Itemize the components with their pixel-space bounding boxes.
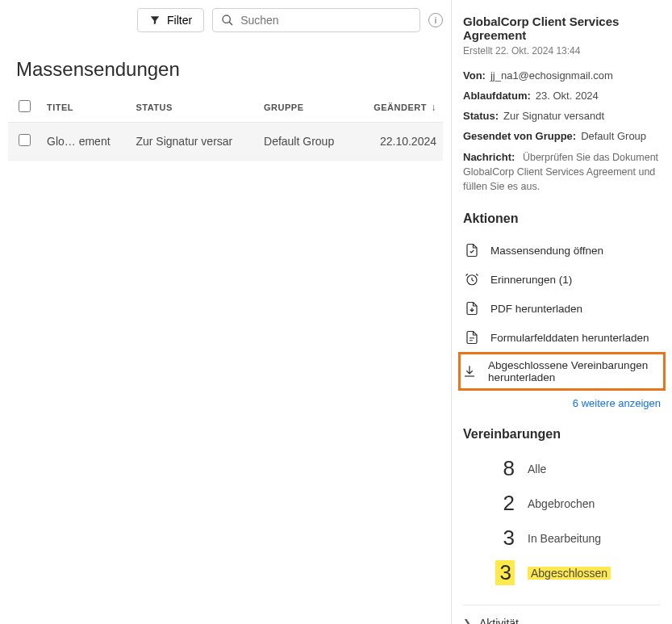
- action-label: Abgeschlossene Vereinbarungen herunterla…: [488, 359, 662, 383]
- chevron-right-icon: ❯: [463, 618, 471, 624]
- actions-heading: Aktionen: [463, 211, 661, 226]
- detail-panel: GlobalCorp Client Services Agreement Ers…: [452, 0, 672, 624]
- action-label: Erinnerungen (1): [490, 274, 572, 286]
- clock-icon: [465, 272, 479, 287]
- svg-point-0: [223, 15, 230, 23]
- col-changed[interactable]: GEÄNDERT ↓: [354, 92, 443, 123]
- top-toolbar: Filter i: [8, 8, 443, 39]
- agreement-completed[interactable]: 3 Abgeschlossen: [463, 555, 661, 590]
- action-formdata[interactable]: Formularfelddaten herunterladen: [463, 323, 661, 352]
- detail-created: Erstellt 22. Okt. 2024 13:44: [463, 45, 661, 57]
- open-icon: [465, 243, 479, 258]
- info-icon[interactable]: i: [428, 13, 443, 27]
- select-all-checkbox[interactable]: [19, 100, 31, 112]
- col-status[interactable]: STATUS: [129, 92, 257, 123]
- main-panel: Filter i Massensendungen TITEL STATUS GR…: [0, 0, 452, 624]
- row-select-cell: [8, 123, 40, 161]
- cell-changed: 22.10.2024: [354, 123, 443, 161]
- page-title: Massensendungen: [16, 58, 443, 81]
- activity-section[interactable]: ❯ Aktivität: [463, 605, 661, 624]
- search-input-wrap[interactable]: [212, 8, 420, 32]
- action-label: PDF herunterladen: [490, 303, 582, 315]
- filter-label: Filter: [167, 14, 192, 27]
- action-label: Formularfelddaten herunterladen: [490, 332, 649, 344]
- results-table: TITEL STATUS GRUPPE GEÄNDERT ↓ Glo… emen…: [8, 92, 443, 161]
- col-title[interactable]: TITEL: [40, 92, 129, 123]
- table-row[interactable]: Glo… ement Zur Signatur versar Default G…: [8, 123, 443, 161]
- search-icon: [221, 14, 234, 27]
- action-open[interactable]: Massensendung öffnen: [463, 236, 661, 265]
- cell-title: Glo… ement: [40, 123, 129, 161]
- download-icon: [462, 364, 477, 379]
- action-pdf[interactable]: PDF herunterladen: [463, 294, 661, 323]
- activity-label: Aktivität: [479, 617, 519, 624]
- funnel-icon: [149, 15, 161, 26]
- cell-group: Default Group: [257, 123, 354, 161]
- cell-status: Zur Signatur versar: [129, 123, 257, 161]
- filter-button[interactable]: Filter: [137, 8, 204, 32]
- detail-title: GlobalCorp Client Services Agreement: [463, 15, 661, 42]
- meta-status: Status: Zur Signatur versandt: [463, 110, 661, 122]
- action-label: Massensendung öffnen: [490, 245, 603, 257]
- sort-desc-icon: ↓: [432, 102, 437, 113]
- action-download-completed[interactable]: Abgeschlossene Vereinbarungen herunterla…: [458, 352, 666, 391]
- agreement-cancelled[interactable]: 2 Abgebrochen: [463, 486, 661, 521]
- row-checkbox[interactable]: [19, 134, 31, 146]
- agreement-inprogress[interactable]: 3 In Bearbeitung: [463, 521, 661, 555]
- meta-message: Nachricht: Überprüfen Sie das Dokument G…: [463, 150, 661, 194]
- action-reminder[interactable]: Erinnerungen (1): [463, 265, 661, 294]
- more-actions-link[interactable]: 6 weitere anzeigen: [463, 397, 661, 409]
- meta-group: Gesendet von Gruppe: Default Group: [463, 130, 661, 142]
- search-input[interactable]: [240, 14, 411, 27]
- select-all-cell: [8, 92, 40, 123]
- svg-line-1: [229, 22, 232, 25]
- meta-from: Von: jj_na1@echosignmail.com: [463, 69, 661, 82]
- pdf-icon: [465, 301, 479, 316]
- col-group[interactable]: GRUPPE: [257, 92, 354, 123]
- meta-expiry: Ablaufdatum: 23. Okt. 2024: [463, 90, 661, 102]
- form-icon: [465, 330, 479, 345]
- agreement-all[interactable]: 8 Alle: [463, 451, 661, 486]
- agreements-heading: Vereinbarungen: [463, 427, 661, 442]
